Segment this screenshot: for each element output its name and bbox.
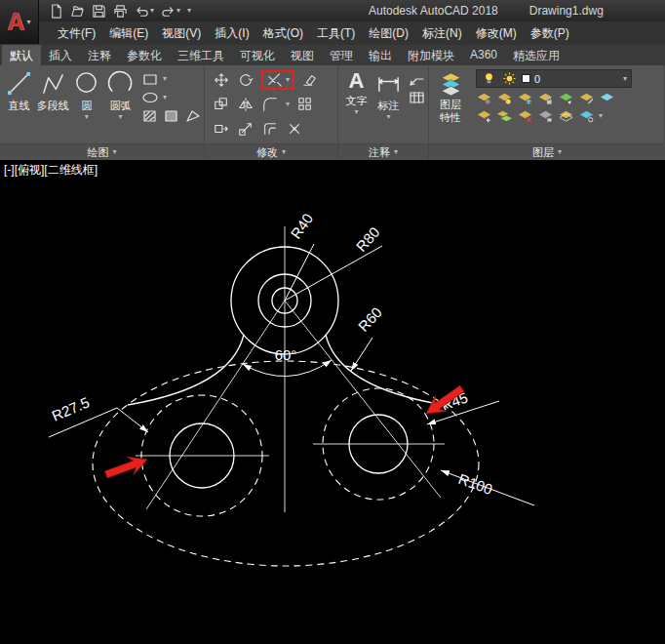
layer-lock-fade-icon[interactable] — [537, 108, 554, 123]
tab-view[interactable]: 视图 — [283, 45, 322, 65]
trim-highlight-box: ▾ — [261, 70, 294, 90]
annotate-panel-title[interactable]: 注释 ▾ — [338, 144, 429, 160]
menu-insert[interactable]: 插入(I) — [208, 22, 255, 45]
chevron-down-icon: ▾ — [623, 75, 627, 83]
tab-annotate[interactable]: 注释 — [80, 45, 119, 65]
drawing-area[interactable]: [-][俯视][二维线框] — [0, 160, 665, 644]
hatch-icon[interactable] — [141, 108, 159, 124]
layer-tools-row-1 — [476, 91, 632, 105]
line-tool-button[interactable]: 直线 — [2, 68, 36, 141]
save-button[interactable] — [92, 4, 106, 19]
layer-walk-icon[interactable] — [599, 91, 615, 105]
layer-freeze-icon[interactable] — [517, 91, 533, 105]
chevron-down-icon: ▾ — [394, 148, 398, 156]
explode-icon[interactable] — [286, 121, 303, 137]
layer-delete-icon[interactable] — [517, 108, 533, 123]
chevron-down-icon: ▾ — [558, 148, 562, 156]
circle-tool-button[interactable]: 圆 ▾ — [70, 68, 104, 141]
drawing-canvas[interactable]: R40 R80 R60 60° R27.5 R45 R100 — [0, 160, 665, 644]
draw-panel: 直线 多段线 圆 ▾ 圆弧 ▾ ▾ — [0, 65, 205, 143]
boundary-icon[interactable] — [184, 108, 202, 124]
layer-previous-icon[interactable] — [476, 108, 492, 123]
open-folder-icon — [70, 4, 85, 19]
layer-lock-icon[interactable] — [537, 91, 554, 105]
gradient-icon[interactable] — [163, 108, 180, 124]
qat-customize-button[interactable]: ▾ — [187, 7, 191, 15]
app-menu-button[interactable]: A ▾ — [0, 0, 39, 44]
undo-button[interactable]: ▾ — [135, 4, 154, 19]
menu-draw[interactable]: 绘图(D) — [362, 22, 415, 45]
tab-manage[interactable]: 管理 — [322, 45, 361, 65]
mirror-icon[interactable] — [237, 97, 254, 112]
offset-icon[interactable] — [261, 121, 279, 137]
ellipse-icon[interactable] — [141, 90, 159, 105]
erase-icon[interactable] — [301, 72, 319, 88]
fillet-icon[interactable] — [261, 97, 279, 112]
dim-r40: R40 — [288, 210, 317, 241]
chevron-down-icon: ▾ — [286, 76, 290, 84]
solid-geometry — [128, 247, 444, 488]
layer-tools-row-2: ▾ — [476, 108, 632, 123]
open-button[interactable] — [70, 4, 85, 19]
menu-tools[interactable]: 工具(T) — [310, 22, 362, 45]
menu-edit[interactable]: 编辑(E) — [102, 22, 155, 45]
tab-a360[interactable]: A360 — [462, 45, 505, 65]
tab-home[interactable]: 默认 — [2, 45, 41, 65]
menu-parametric[interactable]: 参数(P) — [524, 22, 576, 45]
arc-tool-button[interactable]: 圆弧 ▾ — [103, 68, 137, 141]
draw-panel-title[interactable]: 绘图 ▾ — [0, 144, 205, 160]
stretch-icon[interactable] — [213, 121, 230, 137]
lightbulb-icon — [481, 71, 497, 86]
new-button[interactable] — [49, 4, 63, 19]
panel-title-label: 修改 — [256, 145, 278, 160]
polyline-tool-button[interactable]: 多段线 — [36, 68, 70, 141]
move-icon[interactable] — [213, 72, 230, 88]
dim-r80: R80 — [353, 223, 383, 255]
menu-view[interactable]: 视图(V) — [155, 22, 208, 45]
titlebar: ▾ ▾ ▾ Autodesk AutoCAD 2018 Drawing1.dwg — [0, 0, 665, 21]
tab-add-ins[interactable]: 附加模块 — [400, 45, 462, 65]
rotate-icon[interactable] — [237, 72, 254, 88]
layers-panel-title[interactable]: 图层 ▾ — [429, 144, 665, 160]
menu-format[interactable]: 格式(O) — [256, 22, 310, 45]
redo-button[interactable]: ▾ — [161, 4, 180, 19]
layer-select-dropdown[interactable]: 0 ▾ — [476, 69, 632, 88]
table-icon[interactable] — [409, 90, 426, 105]
dim-r60: R60 — [355, 303, 385, 335]
tool-label: 标注 — [378, 99, 400, 113]
layer-copy-icon[interactable] — [558, 108, 574, 123]
tab-insert[interactable]: 插入 — [41, 45, 80, 65]
new-file-icon — [49, 4, 63, 19]
text-tool-button[interactable]: A 文字 ▾ — [340, 68, 372, 141]
menu-dimension[interactable]: 标注(N) — [415, 22, 469, 45]
window-title: Autodesk AutoCAD 2018 Drawing1.dwg — [369, 0, 604, 21]
layer-properties-button[interactable]: 图层特性 — [431, 68, 470, 141]
tool-label: 圆 — [81, 99, 92, 113]
rectangle-icon[interactable] — [141, 71, 159, 87]
panel-title-label: 图层 — [532, 145, 554, 160]
copy-icon[interactable] — [213, 97, 230, 112]
scale-icon[interactable] — [237, 121, 254, 137]
dimension-tool-button[interactable]: 标注 ▾ — [372, 68, 405, 141]
trim-icon[interactable] — [266, 72, 284, 88]
multileader-icon[interactable] — [409, 71, 426, 87]
viewport-controls[interactable]: [-][俯视][二维线框] — [4, 162, 98, 179]
layer-states-icon[interactable] — [578, 108, 595, 123]
layer-off-icon[interactable] — [476, 91, 492, 105]
tab-visualize[interactable]: 可视化 — [232, 45, 283, 65]
tab-parametric[interactable]: 参数化 — [119, 45, 170, 65]
chevron-down-icon: ▾ — [112, 148, 116, 156]
make-current-layer-icon[interactable] — [558, 91, 574, 105]
tab-featured-apps[interactable]: 精选应用 — [505, 45, 567, 65]
layer-merge-icon[interactable] — [496, 108, 513, 123]
tab-output[interactable]: 输出 — [361, 45, 400, 65]
plot-button[interactable] — [113, 4, 128, 19]
layer-isolate-icon[interactable] — [496, 91, 513, 105]
tab-3d-tools[interactable]: 三维工具 — [170, 45, 232, 65]
chevron-down-icon: ▾ — [354, 108, 358, 116]
menu-file[interactable]: 文件(F) — [51, 22, 102, 45]
layer-match-icon[interactable] — [578, 91, 595, 105]
modify-panel-title[interactable]: 修改 ▾ — [205, 144, 338, 160]
menu-modify[interactable]: 修改(M) — [469, 22, 524, 45]
array-icon[interactable] — [296, 97, 314, 112]
